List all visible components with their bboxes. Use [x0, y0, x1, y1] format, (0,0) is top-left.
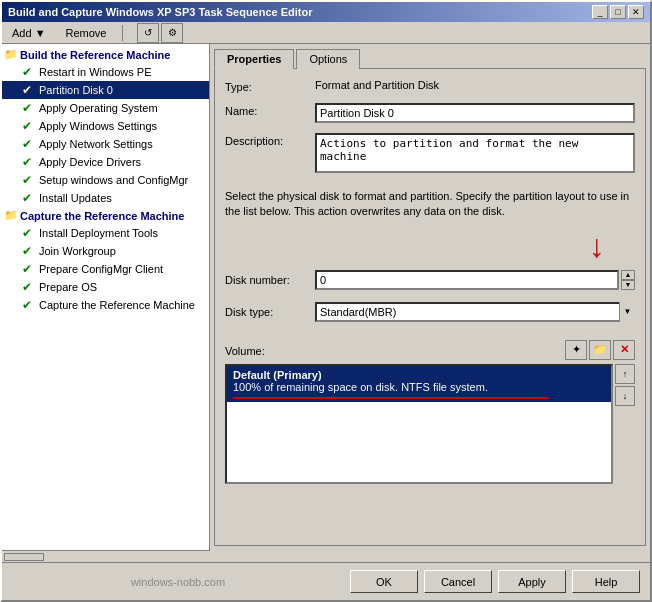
volume-delete-button[interactable]: ✕: [613, 340, 635, 360]
right-panel: Properties Options Type: Format and Part…: [210, 44, 650, 550]
volume-desc-text: 100% of remaining space on disk. NTFS fi…: [233, 381, 488, 393]
check-icon-capture-ref: ✔: [22, 298, 36, 312]
refresh-icon[interactable]: ↺: [137, 23, 159, 43]
group-folder-icon: 📁: [4, 48, 18, 61]
description-label: Description:: [225, 133, 315, 147]
volume-move-up-button[interactable]: ↑: [615, 364, 635, 384]
tree-item-prepare-configmgr-label: Prepare ConfigMgr Client: [39, 263, 163, 275]
tree-item-restart[interactable]: ✔ Restart in Windows PE: [2, 63, 209, 81]
cancel-button[interactable]: Cancel: [424, 570, 492, 593]
minimize-button[interactable]: _: [592, 5, 608, 19]
add-menu[interactable]: Add ▼: [6, 25, 52, 41]
down-arrow-icon: ↓: [589, 230, 605, 262]
group2-folder-icon: 📁: [4, 209, 18, 222]
type-label: Type:: [225, 79, 315, 93]
name-label: Name:: [225, 103, 315, 117]
tree-item-capture-ref[interactable]: ✔ Capture the Reference Machine: [2, 296, 209, 314]
tree-item-updates[interactable]: ✔ Install Updates: [2, 189, 209, 207]
check-icon-prepare-os: ✔: [22, 280, 36, 294]
name-input[interactable]: [315, 103, 635, 123]
volume-edit-button[interactable]: 📁: [589, 340, 611, 360]
main-window: Build and Capture Windows XP SP3 Task Se…: [0, 0, 652, 602]
disk-number-label: Disk number:: [225, 274, 315, 286]
volume-toolbar: ✦ 📁 ✕: [565, 340, 635, 360]
check-icon-apply-windows: ✔: [22, 119, 36, 133]
left-scrollbar[interactable]: [2, 550, 210, 562]
volume-section: Volume: ✦ 📁 ✕ Default (Primary): [225, 340, 635, 484]
tab-properties[interactable]: Properties: [214, 49, 294, 69]
description-input[interactable]: Actions to partition and format the new …: [315, 133, 635, 173]
tree-item-apply-os[interactable]: ✔ Apply Operating System: [2, 99, 209, 117]
tab-bar: Properties Options: [210, 44, 650, 68]
tree-item-restart-label: Restart in Windows PE: [39, 66, 151, 78]
window-title: Build and Capture Windows XP SP3 Task Se…: [8, 6, 313, 18]
tree-item-partition-label: Partition Disk 0: [39, 84, 113, 96]
volume-item-default[interactable]: Default (Primary) 100% of remaining spac…: [227, 366, 611, 402]
check-icon-partition: ✔: [22, 83, 36, 97]
tree-item-apply-network-label: Apply Network Settings: [39, 138, 153, 150]
settings-icon[interactable]: ⚙: [161, 23, 183, 43]
tree-item-apply-windows-label: Apply Windows Settings: [39, 120, 157, 132]
tree-group-capture: 📁 Capture the Reference Machine: [2, 207, 209, 224]
info-text: Select the physical disk to format and p…: [225, 189, 635, 220]
check-icon-restart: ✔: [22, 65, 36, 79]
type-value: Format and Partition Disk: [315, 79, 635, 91]
disk-type-row: Disk type: Standard(MBR) GPT ▼: [225, 302, 635, 322]
tree-item-partition[interactable]: ✔ Partition Disk 0: [2, 81, 209, 99]
bottom-bar: windows-nobb.com OK Cancel Apply Help: [2, 562, 650, 600]
close-button[interactable]: ✕: [628, 5, 644, 19]
tab-options[interactable]: Options: [296, 49, 360, 69]
help-button[interactable]: Help: [572, 570, 640, 593]
tree-item-join-workgroup[interactable]: ✔ Join Workgroup: [2, 242, 209, 260]
tree-item-setup-windows[interactable]: ✔ Setup windows and ConfigMgr: [2, 171, 209, 189]
spin-up-button[interactable]: ▲: [621, 270, 635, 280]
tree-item-setup-windows-label: Setup windows and ConfigMgr: [39, 174, 188, 186]
tree-item-apply-os-label: Apply Operating System: [39, 102, 158, 114]
toolbar-icons: ↺ ⚙: [137, 23, 183, 43]
menu-separator: [122, 25, 123, 41]
tree-item-prepare-configmgr[interactable]: ✔ Prepare ConfigMgr Client: [2, 260, 209, 278]
disk-number-input-wrap: ▲ ▼: [315, 270, 635, 290]
apply-button[interactable]: Apply: [498, 570, 566, 593]
volume-item-desc: 100% of remaining space on disk. NTFS fi…: [233, 381, 605, 399]
tree-item-prepare-os[interactable]: ✔ Prepare OS: [2, 278, 209, 296]
tree-group-build: 📁 Build the Reference Machine: [2, 46, 209, 63]
check-icon-apply-drivers: ✔: [22, 155, 36, 169]
description-row: Description: Actions to partition and fo…: [225, 133, 635, 175]
disk-type-select[interactable]: Standard(MBR) GPT: [315, 302, 635, 322]
tree-item-join-workgroup-label: Join Workgroup: [39, 245, 116, 257]
check-icon-prepare-configmgr: ✔: [22, 262, 36, 276]
remove-menu[interactable]: Remove: [60, 25, 113, 41]
disk-type-select-wrap: Standard(MBR) GPT ▼: [315, 302, 635, 322]
disk-number-input[interactable]: [315, 270, 619, 290]
tree-item-apply-drivers[interactable]: ✔ Apply Device Drivers: [2, 153, 209, 171]
tree-item-prepare-os-label: Prepare OS: [39, 281, 97, 293]
volume-side-buttons: ↑ ↓: [615, 364, 635, 484]
tree-item-updates-label: Install Updates: [39, 192, 112, 204]
spin-down-button[interactable]: ▼: [621, 280, 635, 290]
description-input-wrap: Actions to partition and format the new …: [315, 133, 635, 175]
main-content: 📁 Build the Reference Machine ✔ Restart …: [2, 44, 650, 550]
tree-item-apply-network[interactable]: ✔ Apply Network Settings: [2, 135, 209, 153]
volume-move-down-button[interactable]: ↓: [615, 386, 635, 406]
scroll-thumb: [4, 553, 44, 561]
name-input-wrap: [315, 103, 635, 123]
disk-number-row: Disk number: ▲ ▼: [225, 270, 635, 290]
check-icon-apply-network: ✔: [22, 137, 36, 151]
tab-options-label: Options: [309, 53, 347, 65]
watermark: windows-nobb.com: [12, 576, 344, 588]
ok-button[interactable]: OK: [350, 570, 418, 593]
arrow-container: ↓: [225, 230, 635, 262]
check-icon-join-workgroup: ✔: [22, 244, 36, 258]
check-icon-apply-os: ✔: [22, 101, 36, 115]
volume-add-button[interactable]: ✦: [565, 340, 587, 360]
volume-label: Volume:: [225, 345, 265, 357]
tree-item-deploy-tools[interactable]: ✔ Install Deployment Tools: [2, 224, 209, 242]
menu-bar: Add ▼ Remove ↺ ⚙: [2, 22, 650, 44]
tree-item-capture-ref-label: Capture the Reference Machine: [39, 299, 195, 311]
tree-group-build-label: Build the Reference Machine: [20, 49, 170, 61]
name-row: Name:: [225, 103, 635, 123]
maximize-button[interactable]: □: [610, 5, 626, 19]
tree-item-apply-windows[interactable]: ✔ Apply Windows Settings: [2, 117, 209, 135]
volume-item-name: Default (Primary): [233, 369, 605, 381]
